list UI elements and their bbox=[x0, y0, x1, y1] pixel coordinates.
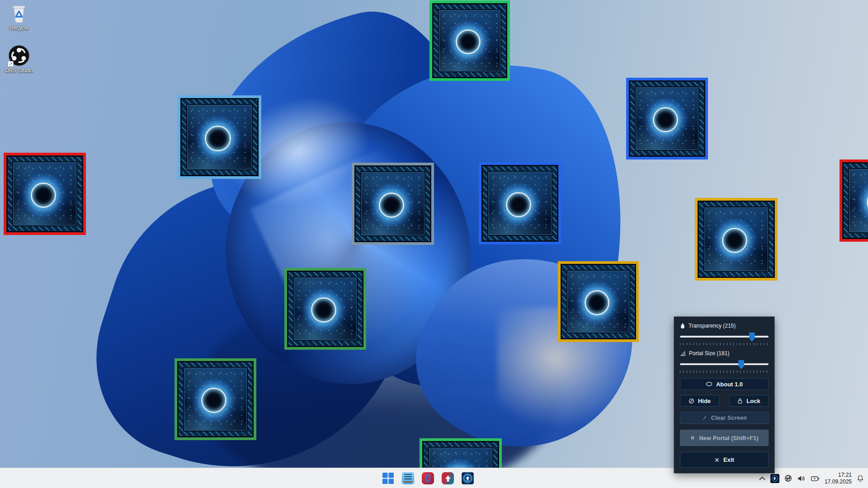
exit-button-label: Exit bbox=[723, 456, 734, 463]
portal-window[interactable] bbox=[558, 261, 639, 342]
portal-image bbox=[177, 361, 254, 437]
portal-image bbox=[561, 264, 636, 339]
new-portal-button-label: New Portal (Shift+F1) bbox=[699, 435, 758, 441]
portal-glow-ring-icon bbox=[201, 388, 226, 413]
taskbar-app-arrow-launcher[interactable] bbox=[442, 472, 454, 484]
portal-size-label: Portal Size (181) bbox=[689, 350, 729, 357]
hidden-icons-chevron[interactable] bbox=[759, 476, 766, 481]
transparency-slider[interactable] bbox=[680, 333, 769, 341]
portal-window[interactable] bbox=[840, 160, 868, 242]
portal-control-panel: Transparency (215) Portal Size (181) Abo… bbox=[674, 317, 774, 473]
portal-inner-frame bbox=[849, 169, 868, 232]
speech-bubble-icon bbox=[706, 382, 712, 387]
exit-button[interactable]: Exit bbox=[680, 452, 769, 468]
clear-screen-button-label: Clear Screen bbox=[711, 414, 747, 421]
clear-screen-button[interactable]: Clear Screen bbox=[680, 412, 769, 424]
portal-window[interactable] bbox=[626, 78, 708, 160]
hide-slash-circle-icon bbox=[689, 398, 694, 404]
portal-glow-ring-icon bbox=[379, 192, 404, 218]
lock-button[interactable]: Lock bbox=[729, 395, 769, 407]
portal-size-thumb[interactable] bbox=[738, 360, 744, 369]
portal-dot-icon bbox=[690, 435, 695, 441]
portal-glow-ring-icon bbox=[205, 126, 231, 151]
system-tray: 17:21 17.09.2025 bbox=[759, 468, 864, 488]
portal-glow-ring-icon bbox=[311, 297, 336, 323]
taskbar-app-desktop-portals[interactable] bbox=[462, 472, 474, 484]
portal-window[interactable] bbox=[695, 198, 778, 281]
portal-size-slider[interactable] bbox=[680, 361, 769, 369]
portal-image bbox=[432, 3, 507, 78]
transparency-label: Transparency (215) bbox=[689, 323, 736, 329]
lock-button-label: Lock bbox=[746, 398, 760, 404]
portal-window[interactable] bbox=[429, 0, 510, 81]
portal-glow-ring-icon bbox=[31, 183, 56, 208]
droplet-icon bbox=[680, 323, 685, 329]
portal-glow-icon bbox=[463, 474, 472, 483]
taskbar-center-apps bbox=[382, 468, 474, 488]
hide-lock-row: Hide Lock bbox=[680, 395, 769, 407]
ruler-icon bbox=[680, 351, 686, 357]
windows-logo-icon bbox=[382, 472, 394, 484]
portal-window[interactable] bbox=[4, 153, 86, 235]
portal-window[interactable] bbox=[284, 268, 366, 350]
portal-image bbox=[354, 165, 431, 242]
portal-tray-icon[interactable] bbox=[770, 474, 779, 483]
hide-button[interactable]: Hide bbox=[680, 395, 719, 407]
volume-icon[interactable] bbox=[797, 474, 806, 483]
portal-size-label-row: Portal Size (181) bbox=[680, 350, 769, 357]
portal-glow-icon bbox=[772, 475, 778, 482]
portal-window[interactable] bbox=[175, 358, 256, 440]
portal-window[interactable] bbox=[178, 95, 261, 179]
portal-image bbox=[481, 165, 558, 242]
brush-icon bbox=[702, 415, 708, 421]
desktop: Recycle ↗ OBS Studio bbox=[0, 0, 868, 488]
clock-date: 17.09.2025 bbox=[825, 479, 852, 485]
portal-image bbox=[287, 271, 363, 347]
portal-glow-ring-icon bbox=[585, 290, 609, 315]
about-button-label: About 1.0 bbox=[716, 381, 743, 388]
hide-button-label: Hide bbox=[698, 398, 711, 404]
portal-frame-icon bbox=[425, 474, 430, 482]
taskbar-app-notepad[interactable] bbox=[402, 472, 414, 484]
taskbar-app-portal-frame[interactable] bbox=[422, 472, 434, 484]
portal-image bbox=[629, 80, 705, 157]
portal-image bbox=[6, 155, 83, 232]
new-portal-button[interactable]: New Portal (Shift+F1) bbox=[680, 430, 769, 446]
transparency-label-row: Transparency (215) bbox=[680, 322, 769, 329]
portal-glow-ring-icon bbox=[653, 107, 678, 132]
battery-icon[interactable] bbox=[811, 475, 820, 482]
up-arrow-icon bbox=[444, 474, 452, 483]
portal-window[interactable] bbox=[479, 162, 561, 244]
notifications-bell-icon[interactable] bbox=[856, 474, 864, 483]
portal-image bbox=[698, 201, 775, 278]
transparency-thumb[interactable] bbox=[749, 333, 755, 342]
close-x-icon bbox=[714, 457, 720, 463]
lock-icon bbox=[737, 398, 743, 404]
portal-glow-ring-icon bbox=[456, 29, 481, 54]
portal-image bbox=[180, 98, 259, 176]
transparency-slider-ticks bbox=[680, 343, 769, 345]
transparency-slider-track[interactable] bbox=[680, 336, 769, 338]
start-button[interactable] bbox=[382, 472, 394, 484]
about-button[interactable]: About 1.0 bbox=[680, 378, 769, 390]
notepad-icon bbox=[404, 474, 412, 483]
taskbar-clock[interactable]: 17:21 17.09.2025 bbox=[825, 472, 852, 485]
clock-time: 17:21 bbox=[825, 472, 852, 479]
portal-size-slider-track[interactable] bbox=[680, 363, 769, 365]
portal-window[interactable] bbox=[352, 163, 434, 245]
portal-size-slider-ticks bbox=[680, 371, 769, 373]
portal-glow-ring-icon bbox=[506, 192, 531, 217]
portal-image bbox=[842, 162, 868, 239]
network-offline-icon[interactable] bbox=[784, 474, 793, 483]
